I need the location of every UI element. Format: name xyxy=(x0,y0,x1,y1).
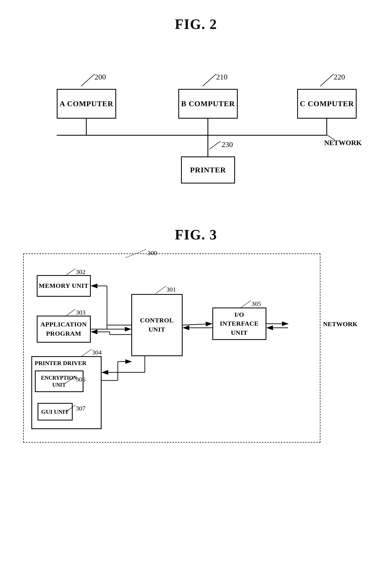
a-computer-box: A COMPUTER xyxy=(57,89,116,119)
fig3-section: 300 MEMORY UNIT 302 APPLICATION PROGRAM … xyxy=(22,253,370,448)
leader-300 xyxy=(126,248,150,259)
svg-line-2 xyxy=(320,74,334,86)
leader-307 xyxy=(65,404,79,414)
printer-box: PRINTER xyxy=(181,156,235,183)
c-computer-box: C COMPUTER xyxy=(297,89,357,119)
printer-driver-box: PRINTER DRIVER ENCRYPTION UNIT GUI UNIT xyxy=(31,356,102,429)
leader-200 xyxy=(81,73,97,89)
svg-line-28 xyxy=(241,300,251,308)
leader-230 xyxy=(209,140,226,151)
leader-304 xyxy=(81,348,95,358)
b-computer-box: B COMPUTER xyxy=(178,89,238,119)
fig3-title: FIG. 3 xyxy=(22,227,370,243)
page: FIG. 2 200 210 220 A COMPUTER B COMPUTER… xyxy=(0,0,392,561)
leader-303 xyxy=(65,308,79,318)
leader-210 xyxy=(203,73,219,89)
v-line-b-printer xyxy=(207,135,208,157)
network-label-fig3: NETWORK xyxy=(323,320,358,328)
svg-line-26 xyxy=(65,309,75,316)
svg-line-29 xyxy=(81,349,92,356)
svg-line-4 xyxy=(209,141,221,149)
leader-306 xyxy=(65,375,79,385)
svg-line-30 xyxy=(65,376,75,383)
v-line-a xyxy=(86,119,87,135)
fig3-diagram: 300 MEMORY UNIT 302 APPLICATION PROGRAM … xyxy=(23,253,369,448)
fig2-diagram: 200 210 220 A COMPUTER B COMPUTER C COMP… xyxy=(22,43,370,211)
leader-305 xyxy=(241,300,254,309)
fig2-title: FIG. 2 xyxy=(22,16,370,32)
io-interface-box: I/O INTERFACE UNIT xyxy=(212,308,266,340)
svg-line-31 xyxy=(65,405,75,412)
svg-line-24 xyxy=(126,249,146,258)
svg-line-25 xyxy=(65,269,75,276)
svg-line-0 xyxy=(81,74,95,86)
memory-unit-box: MEMORY UNIT xyxy=(37,275,91,297)
network-label-fig2: NETWORK xyxy=(324,139,362,147)
leader-301 xyxy=(156,285,169,295)
control-unit-box: CONTROL UNIT xyxy=(131,294,183,356)
printer-driver-label: PRINTER DRIVER xyxy=(35,360,86,367)
svg-line-27 xyxy=(156,286,166,293)
app-program-box: APPLICATION PROGRAM xyxy=(37,316,91,343)
v-line-b xyxy=(207,119,208,135)
leader-220 xyxy=(320,73,336,89)
svg-line-1 xyxy=(203,74,216,86)
network-line xyxy=(57,135,327,136)
leader-302 xyxy=(65,268,79,277)
